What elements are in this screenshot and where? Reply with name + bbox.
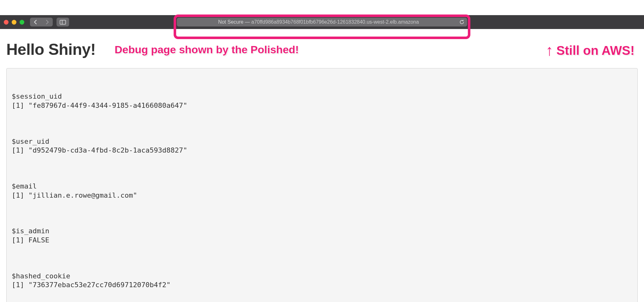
page-content: Hello Shiny! Debug page shown by the Pol… xyxy=(0,29,644,302)
reload-button[interactable] xyxy=(459,19,465,25)
navigation-buttons-group xyxy=(30,18,53,26)
sidebar-toggle-button[interactable] xyxy=(57,18,69,26)
debug-email: $email [1] "jillian.e.rowe@gmail.com" xyxy=(12,182,632,200)
arrow-up-icon: ↑ xyxy=(546,43,553,58)
debug-session-uid: $session_uid [1] "fe87967d-44f9-4344-918… xyxy=(12,92,632,110)
address-bar[interactable]: Not Secure — a70ffd986a8934b768f01bfb679… xyxy=(177,18,467,26)
page-title: Hello Shiny! xyxy=(6,40,96,59)
window-controls xyxy=(4,20,24,25)
security-status-label: Not Secure — xyxy=(218,19,251,25)
debug-annotation-text: Debug page shown by the Polished! xyxy=(115,44,299,56)
debug-user-uid: $user_uid [1] "d952479b-cd3a-4fbd-8c2b-1… xyxy=(12,137,632,155)
close-window-button[interactable] xyxy=(4,20,9,25)
debug-hashed-cookie: $hashed_cookie [1] "736377ebac53e27cc70d… xyxy=(12,272,632,290)
chevron-left-icon xyxy=(34,20,38,25)
browser-toolbar: Not Secure — a70ffd986a8934b768f01bfb679… xyxy=(0,15,644,29)
minimize-window-button[interactable] xyxy=(12,20,16,25)
back-button[interactable] xyxy=(30,18,41,26)
debug-is-admin: $is_admin [1] FALSE xyxy=(12,227,632,245)
forward-button[interactable] xyxy=(41,18,53,26)
aws-annotation: ↑ Still on AWS! xyxy=(546,43,635,58)
address-text: Not Secure — a70ffd986a8934b768f01bfb679… xyxy=(218,19,419,25)
page-url: a70ffd986a8934b768f01bfb6796e26d-1261832… xyxy=(251,19,419,25)
reload-icon xyxy=(459,20,464,25)
aws-annotation-text: Still on AWS! xyxy=(557,44,635,58)
maximize-window-button[interactable] xyxy=(20,20,24,25)
svg-rect-0 xyxy=(60,20,66,24)
chevron-right-icon xyxy=(45,20,49,25)
debug-output-panel: $session_uid [1] "fe87967d-44f9-4344-918… xyxy=(6,68,638,302)
header-row: Hello Shiny! Debug page shown by the Pol… xyxy=(6,35,638,64)
sidebar-icon xyxy=(60,20,66,25)
window-top-gap xyxy=(0,0,644,15)
address-bar-wrapper: Not Secure — a70ffd986a8934b768f01bfb679… xyxy=(177,18,467,26)
